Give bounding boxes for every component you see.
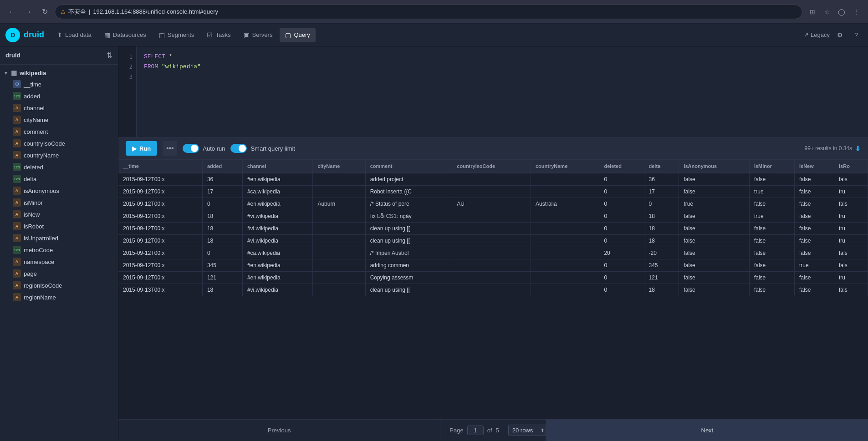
table-cell: 18 (202, 223, 242, 235)
col-channel[interactable]: channel (242, 160, 312, 173)
table-cell: tru (834, 223, 868, 235)
sidebar-field-cityname[interactable]: A cityName (0, 114, 118, 126)
table-cell (531, 210, 599, 223)
sidebar-field-isnew[interactable]: A isNew (0, 208, 118, 220)
more-button[interactable]: ••• (163, 141, 177, 156)
auto-run-toggle[interactable] (183, 144, 199, 153)
table-row: 2015-09-12T00:x17#ca.wikipediaRobot inse… (118, 186, 868, 198)
col-countryisocode[interactable]: countryIsoCode (452, 160, 531, 173)
sidebar-field-time[interactable]: ⏱ __time (0, 78, 118, 90)
col-countryname[interactable]: countryName (531, 160, 599, 173)
table-cell: 18 (644, 284, 679, 296)
nav-servers[interactable]: ▣ Servers (238, 28, 278, 42)
smart-limit-toggle[interactable] (230, 144, 247, 153)
col-added[interactable]: added (202, 160, 242, 173)
sidebar-sort-button[interactable]: ⇅ (107, 51, 112, 60)
col-cityname[interactable]: cityName (313, 160, 365, 173)
main-layout: druid ⇅ ▼ ▦ wikipedia ⏱ __time 123 added… (0, 46, 868, 441)
col-isanonymous[interactable]: isAnonymous (679, 160, 749, 173)
col-isro[interactable]: isRo (834, 160, 868, 173)
table-cell (452, 223, 531, 235)
settings-button[interactable]: ⚙ (833, 29, 846, 41)
sidebar-field-isanonymous[interactable]: A isAnonymous (0, 185, 118, 197)
table-cell: #en.wikipedia (242, 259, 312, 272)
table-cell: fals (834, 173, 868, 186)
sidebar-field-page[interactable]: A page (0, 268, 118, 279)
sidebar-field-regionisocode[interactable]: A regionIsoCode (0, 279, 118, 291)
table-cell: #en.wikipedia (242, 173, 312, 186)
col-time[interactable]: __time (118, 160, 202, 173)
table-cell: 20 (599, 247, 644, 259)
sidebar-field-isrobot[interactable]: A isRobot (0, 220, 118, 232)
sidebar-field-deleted[interactable]: 123 deleted (0, 161, 118, 173)
help-button[interactable]: ? (850, 29, 863, 41)
page-number-input[interactable] (467, 426, 484, 435)
profile-button[interactable]: ◯ (835, 5, 848, 18)
table-cell: Robot inserta {{C (365, 186, 452, 198)
nav-load-data[interactable]: ⬆ Load data (51, 28, 97, 42)
nav-datasources[interactable]: ▦ Datasources (99, 28, 152, 42)
back-button[interactable]: ← (5, 5, 18, 18)
translate-button[interactable]: ⊞ (806, 5, 819, 18)
sidebar-field-added[interactable]: 123 added (0, 90, 118, 102)
col-comment[interactable]: comment (365, 160, 452, 173)
table-cell (452, 173, 531, 186)
field-page-label: page (24, 270, 37, 277)
col-deleted[interactable]: deleted (599, 160, 644, 173)
sidebar-field-comment[interactable]: A comment (0, 126, 118, 137)
address-bar[interactable]: ⚠ 不安全 | 192.168.1.164:8888/unified-conso… (55, 5, 802, 19)
string-type-icon: A (13, 293, 21, 301)
line-num-3: 3 (118, 72, 136, 82)
more-icon: ••• (166, 144, 174, 152)
run-button[interactable]: ▶ Run (126, 141, 157, 156)
table-cell: false (679, 173, 749, 186)
string-type-icon: A (13, 139, 21, 147)
field-isrobot-label: isRobot (24, 223, 44, 230)
bookmark-button[interactable]: ☆ (821, 5, 833, 18)
previous-button[interactable]: Previous (118, 420, 440, 441)
next-button[interactable]: Next (546, 420, 868, 441)
servers-icon: ▣ (244, 31, 250, 39)
field-regionisocode-label: regionIsoCode (24, 282, 62, 289)
table-cell: false (795, 272, 834, 284)
menu-button[interactable]: ⋮ (850, 5, 863, 18)
sidebar-datasource-wikipedia[interactable]: ▼ ▦ wikipedia (0, 67, 118, 78)
download-icon[interactable]: ⬇ (855, 144, 861, 153)
sidebar-field-metrocode[interactable]: 123 metroCode (0, 244, 118, 256)
reload-button[interactable]: ↻ (38, 5, 51, 18)
table-cell: false (749, 247, 794, 259)
sidebar-field-delta[interactable]: 123 delta (0, 173, 118, 185)
table-row: 2015-09-12T00:x0#en.wikipediaAuburn/* St… (118, 198, 868, 210)
sidebar-field-countryname[interactable]: A countryName (0, 149, 118, 161)
rows-per-page-select[interactable]: 20 rows 50 rows 100 rows (508, 425, 546, 436)
col-isminor[interactable]: isMinor (749, 160, 794, 173)
editor-content[interactable]: SELECT * FROM "wikipedia" (137, 46, 868, 87)
sidebar-field-countryisocode[interactable]: A countryIsoCode (0, 137, 118, 149)
app-logo: D druid (5, 28, 44, 42)
nav-segments[interactable]: ◫ Segments (153, 28, 200, 42)
col-delta[interactable]: delta (644, 160, 679, 173)
query-editor[interactable]: 1 2 3 SELECT * FROM "wikipedia" (118, 46, 868, 137)
sidebar-field-regionname[interactable]: A regionName (0, 291, 118, 303)
table-cell (313, 186, 365, 198)
results-table-container[interactable]: __time added channel cityName comment co… (118, 160, 868, 419)
table-row: 2015-09-12T00:x18#vi.wikipediafix Lỗi CS… (118, 210, 868, 223)
table-cell: 121 (644, 272, 679, 284)
table-row: 2015-09-12T00:x0#ca.wikipedia/* Imperi A… (118, 247, 868, 259)
nav-tasks[interactable]: ☑ Tasks (201, 28, 236, 42)
sidebar-field-isminor[interactable]: A isMinor (0, 197, 118, 208)
sidebar-field-namespace[interactable]: A namespace (0, 256, 118, 268)
sidebar-field-channel[interactable]: A channel (0, 102, 118, 114)
legacy-button[interactable]: ↗ Legacy (804, 31, 830, 38)
sidebar-field-isunpatrolled[interactable]: A isUnpatrolled (0, 232, 118, 244)
forward-button[interactable]: → (22, 5, 35, 18)
editor-line-3 (144, 72, 861, 82)
table-cell: clean up using [[ (365, 235, 452, 247)
table-cell (531, 235, 599, 247)
line-num-1: 1 (118, 52, 136, 62)
nav-query[interactable]: ▢ Query (280, 28, 315, 42)
col-isnew[interactable]: isNew (795, 160, 834, 173)
table-cell (531, 173, 599, 186)
table-cell: 0 (599, 173, 644, 186)
table-cell: 345 (644, 259, 679, 272)
